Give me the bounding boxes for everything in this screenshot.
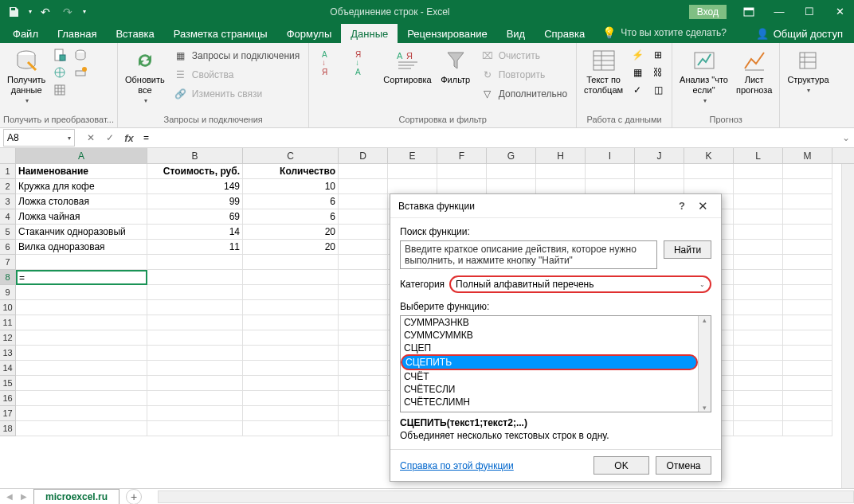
cell[interactable] bbox=[339, 406, 388, 421]
cell[interactable]: Стаканчик одноразовый bbox=[16, 225, 147, 240]
dialog-close-button[interactable]: ✕ bbox=[692, 199, 713, 213]
row-header[interactable]: 17 bbox=[0, 406, 16, 421]
next-sheet-button[interactable]: ▶ bbox=[21, 492, 27, 501]
cell[interactable] bbox=[16, 300, 147, 315]
cell[interactable] bbox=[243, 361, 339, 376]
add-sheet-button[interactable]: + bbox=[126, 489, 142, 505]
row-header[interactable]: 8 bbox=[0, 270, 16, 285]
cell[interactable] bbox=[734, 421, 783, 436]
row-header[interactable]: 13 bbox=[0, 346, 16, 361]
help-link[interactable]: Справка по этой функции bbox=[400, 460, 514, 471]
function-item[interactable]: СЦЕПИТЬ bbox=[401, 354, 698, 370]
cell[interactable] bbox=[147, 421, 243, 436]
cell[interactable] bbox=[16, 376, 147, 391]
consolidate-button[interactable]: ⊞ bbox=[650, 47, 666, 63]
row-header[interactable]: 1 bbox=[0, 164, 16, 179]
cell[interactable]: 20 bbox=[243, 225, 339, 240]
cell[interactable] bbox=[684, 164, 734, 179]
cell[interactable] bbox=[783, 421, 832, 436]
cell[interactable] bbox=[734, 391, 783, 406]
vertical-scrollbar[interactable] bbox=[841, 164, 854, 488]
relationships-button[interactable]: ⛓ bbox=[650, 64, 666, 80]
cell[interactable] bbox=[734, 255, 783, 270]
row-header[interactable]: 3 bbox=[0, 194, 16, 209]
dialog-help-button[interactable]: ? bbox=[672, 200, 692, 212]
cell[interactable] bbox=[243, 315, 339, 330]
cancel-button[interactable]: Отмена bbox=[656, 456, 711, 475]
cell[interactable] bbox=[783, 315, 832, 330]
cell[interactable] bbox=[783, 406, 832, 421]
cell[interactable]: Количество bbox=[243, 164, 339, 179]
cell[interactable] bbox=[783, 361, 832, 376]
cell[interactable] bbox=[243, 391, 339, 406]
cell[interactable] bbox=[147, 406, 243, 421]
cell[interactable] bbox=[734, 315, 783, 330]
row-header[interactable]: 15 bbox=[0, 376, 16, 391]
data-model-button[interactable]: ◫ bbox=[650, 82, 666, 98]
outline-button[interactable]: Структура ▾ bbox=[783, 45, 832, 98]
cell[interactable] bbox=[147, 270, 243, 285]
from-table-button[interactable] bbox=[52, 82, 68, 98]
column-header[interactable]: E bbox=[388, 148, 437, 163]
cancel-formula-button[interactable]: ✕ bbox=[81, 129, 100, 147]
cell[interactable] bbox=[243, 421, 339, 436]
cell[interactable] bbox=[339, 270, 388, 285]
cell[interactable] bbox=[734, 300, 783, 315]
cell[interactable] bbox=[783, 300, 832, 315]
cell[interactable]: 6 bbox=[243, 209, 339, 225]
prev-sheet-button[interactable]: ◀ bbox=[6, 492, 13, 501]
cell[interactable] bbox=[734, 346, 783, 361]
cell[interactable] bbox=[783, 285, 832, 300]
cell[interactable] bbox=[243, 285, 339, 300]
cell[interactable] bbox=[16, 315, 147, 330]
column-header[interactable]: B bbox=[147, 148, 243, 163]
sort-za-button[interactable]: Я↓А bbox=[346, 45, 379, 85]
cell[interactable] bbox=[783, 376, 832, 391]
cell[interactable] bbox=[734, 285, 783, 300]
cell[interactable] bbox=[339, 240, 388, 255]
cell[interactable] bbox=[147, 391, 243, 406]
cell[interactable] bbox=[339, 315, 388, 330]
row-header[interactable]: 10 bbox=[0, 300, 16, 315]
column-header[interactable]: G bbox=[487, 148, 536, 163]
column-header[interactable]: H bbox=[536, 148, 586, 163]
cell[interactable] bbox=[783, 346, 832, 361]
redo-button[interactable]: ↷ bbox=[59, 3, 76, 21]
cell[interactable] bbox=[734, 376, 783, 391]
cell[interactable] bbox=[388, 179, 437, 194]
cell[interactable] bbox=[147, 255, 243, 270]
tab-formulas[interactable]: Формулы bbox=[277, 24, 342, 43]
column-header[interactable]: M bbox=[783, 148, 832, 163]
insert-function-button[interactable]: fx bbox=[119, 129, 139, 147]
cell[interactable] bbox=[783, 179, 832, 194]
row-header[interactable]: 2 bbox=[0, 179, 16, 194]
cell[interactable] bbox=[339, 179, 388, 194]
text-to-columns-button[interactable]: Текст по столбцам bbox=[580, 45, 627, 98]
filter-button[interactable]: Фильтр bbox=[436, 45, 476, 88]
cell[interactable]: = bbox=[16, 270, 147, 285]
function-item[interactable]: СУММСУММКВ bbox=[401, 329, 698, 342]
cell[interactable] bbox=[243, 376, 339, 391]
cell[interactable] bbox=[734, 240, 783, 255]
row-header[interactable]: 9 bbox=[0, 285, 16, 300]
cell[interactable] bbox=[339, 391, 388, 406]
cell[interactable] bbox=[783, 255, 832, 270]
tab-home[interactable]: Главная bbox=[48, 24, 106, 43]
cell[interactable] bbox=[16, 406, 147, 421]
cell[interactable] bbox=[339, 361, 388, 376]
cell[interactable] bbox=[339, 376, 388, 391]
cell[interactable] bbox=[339, 346, 388, 361]
cell[interactable] bbox=[734, 361, 783, 376]
sheet-tab[interactable]: microexcel.ru bbox=[33, 489, 119, 504]
refresh-all-button[interactable]: Обновить все ▾ bbox=[121, 45, 169, 108]
tab-insert[interactable]: Вставка bbox=[106, 24, 163, 43]
cell[interactable] bbox=[339, 330, 388, 346]
cell[interactable] bbox=[243, 255, 339, 270]
column-header[interactable]: K bbox=[684, 148, 734, 163]
sort-dialog-button[interactable]: АЯ Сортировка bbox=[379, 45, 435, 88]
column-header[interactable]: D bbox=[339, 148, 388, 163]
cell[interactable] bbox=[487, 164, 536, 179]
cell[interactable] bbox=[437, 179, 487, 194]
cell[interactable] bbox=[635, 164, 684, 179]
cell[interactable]: 20 bbox=[243, 240, 339, 255]
